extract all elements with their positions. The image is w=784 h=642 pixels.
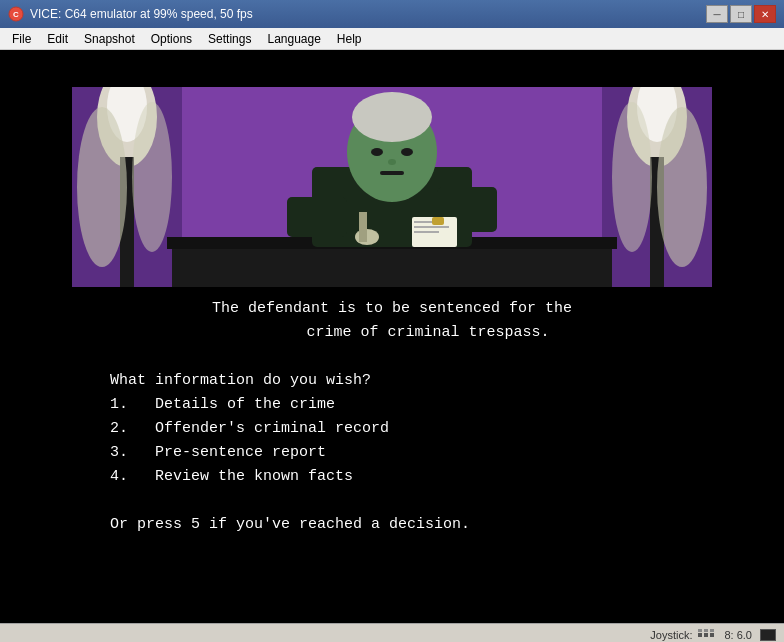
menu-language[interactable]: Language — [259, 30, 328, 48]
minimize-button[interactable]: ─ — [706, 5, 728, 23]
menu-options[interactable]: Options — [143, 30, 200, 48]
game-scene — [72, 87, 712, 287]
svg-rect-35 — [704, 633, 708, 637]
menu-edit[interactable]: Edit — [39, 30, 76, 48]
text-line-2: crime of criminal trespass. — [92, 321, 692, 345]
joystick-label: Joystick: — [650, 628, 716, 642]
title-bar: C VICE: C64 emulator at 99% speed, 50 fp… — [0, 0, 784, 28]
svg-rect-37 — [698, 629, 702, 632]
svg-point-23 — [388, 159, 396, 165]
svg-rect-31 — [414, 226, 449, 228]
text-line-1: The defendant is to be sentenced for the — [92, 297, 692, 321]
menu-file[interactable]: File — [4, 30, 39, 48]
svg-rect-33 — [432, 217, 444, 225]
game-text-area: The defendant is to be sentenced for the… — [72, 287, 712, 547]
svg-rect-39 — [710, 629, 714, 632]
svg-rect-25 — [287, 197, 347, 237]
drive-indicator — [760, 629, 776, 641]
close-button[interactable]: ✕ — [754, 5, 776, 23]
svg-rect-32 — [414, 231, 439, 233]
window-title: VICE: C64 emulator at 99% speed, 50 fps — [30, 7, 700, 21]
text-line-5: 1. Details of the crime — [92, 393, 692, 417]
svg-point-21 — [371, 148, 383, 156]
svg-rect-28 — [359, 212, 367, 242]
svg-point-8 — [132, 102, 172, 252]
svg-point-13 — [657, 107, 707, 267]
status-bar: Joystick: 8: 6.0 — [0, 623, 784, 642]
svg-text:C: C — [13, 10, 19, 19]
menu-help[interactable]: Help — [329, 30, 370, 48]
text-line-9 — [92, 489, 692, 513]
text-line-7: 3. Pre-sentence report — [92, 441, 692, 465]
svg-point-22 — [401, 148, 413, 156]
joystick-icon — [696, 628, 716, 642]
emulator-area: The defendant is to be sentenced for the… — [0, 50, 784, 623]
menu-settings[interactable]: Settings — [200, 30, 259, 48]
svg-rect-34 — [698, 633, 702, 637]
svg-point-20 — [352, 92, 432, 142]
c64-screen: The defendant is to be sentenced for the… — [62, 77, 722, 597]
maximize-button[interactable]: □ — [730, 5, 752, 23]
svg-point-14 — [612, 102, 652, 252]
menu-snapshot[interactable]: Snapshot — [76, 30, 143, 48]
text-line-3 — [92, 345, 692, 369]
app-icon: C — [8, 6, 24, 22]
window-controls: ─ □ ✕ — [706, 5, 776, 23]
text-line-4: What information do you wish? — [92, 369, 692, 393]
menu-bar: File Edit Snapshot Options Settings Lang… — [0, 28, 784, 50]
text-line-8: 4. Review the known facts — [92, 465, 692, 489]
text-line-6: 2. Offender's criminal record — [92, 417, 692, 441]
svg-rect-36 — [710, 633, 714, 637]
svg-point-7 — [77, 107, 127, 267]
text-line-10: Or press 5 if you've reached a decision. — [92, 513, 692, 537]
position-display: 8: 6.0 — [724, 629, 752, 641]
svg-rect-24 — [380, 171, 404, 175]
svg-rect-38 — [704, 629, 708, 632]
